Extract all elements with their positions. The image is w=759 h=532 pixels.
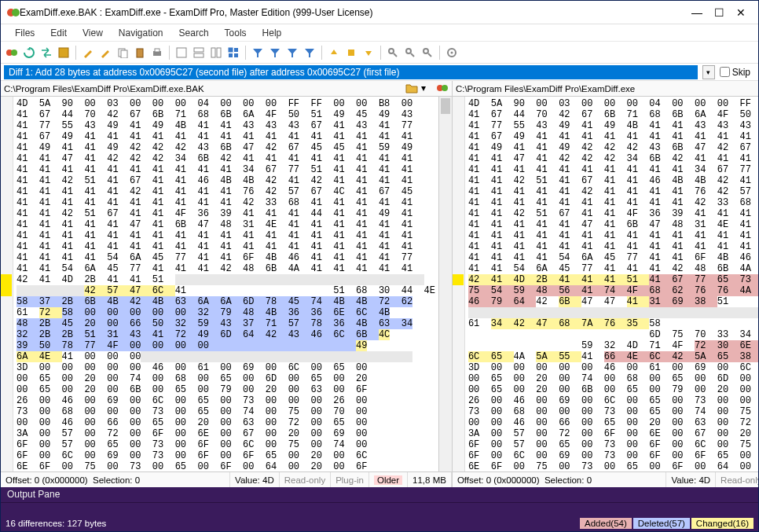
- nav-current-icon[interactable]: [343, 45, 359, 61]
- svg-point-22: [406, 49, 411, 53]
- menu-edit[interactable]: Edit: [42, 26, 75, 40]
- menu-navigation[interactable]: Navigation: [111, 26, 171, 40]
- svg-rect-19: [348, 50, 354, 56]
- right-path[interactable]: C:\Program Files\ExamDiff Pro\ExamDiff.e…: [453, 84, 759, 94]
- svg-rect-17: [229, 53, 233, 57]
- diff-selector-bar: Diff 1: Add 28 bytes at address 0x00695C…: [1, 64, 758, 81]
- copy-icon[interactable]: [115, 45, 130, 61]
- print-icon[interactable]: [149, 45, 165, 61]
- svg-rect-14: [217, 48, 221, 57]
- svg-point-29: [442, 85, 448, 91]
- svg-rect-9: [155, 49, 160, 52]
- svg-rect-15: [229, 48, 233, 52]
- maximize-button[interactable]: ☐: [708, 5, 730, 20]
- svg-rect-11: [194, 48, 204, 52]
- filter3-icon[interactable]: [284, 45, 300, 61]
- left-readonly: Read-only: [280, 472, 331, 487]
- svg-line-25: [428, 53, 431, 57]
- svg-point-27: [451, 51, 453, 53]
- menubar: Files Edit View Navigation Search Tools …: [1, 24, 758, 42]
- svg-rect-4: [59, 48, 68, 57]
- diff-marker-2: [1, 285, 12, 296]
- svg-line-21: [394, 53, 397, 57]
- menu-search[interactable]: Search: [171, 26, 217, 40]
- left-statusbar: Offset: 0 (0x000000) Selection: 0 Value:…: [1, 471, 452, 487]
- diff-count: 16 differences: 127 bytes: [6, 519, 106, 528]
- titlebar: ExamDiff.exe.BAK : ExamDiff.exe - ExamDi…: [1, 1, 758, 24]
- edit-left-icon[interactable]: [80, 45, 96, 61]
- right-statusbar: Offset: 0 (0x000000) Selection: 0 Value:…: [453, 471, 759, 487]
- svg-rect-16: [234, 48, 238, 52]
- find-next-icon[interactable]: [402, 45, 418, 61]
- window-title: ExamDiff.exe.BAK : ExamDiff.exe - ExamDi…: [20, 7, 686, 18]
- changed-badge: Changed(16): [691, 518, 754, 529]
- menu-tools[interactable]: Tools: [217, 26, 255, 40]
- edit-right-icon[interactable]: [97, 45, 113, 61]
- swap-icon[interactable]: [38, 45, 54, 61]
- toolbar: [1, 42, 758, 64]
- menu-view[interactable]: View: [75, 26, 111, 40]
- summary-bar: 16 differences: 127 bytes Added(54) Dele…: [1, 515, 758, 531]
- left-dropdown-icon[interactable]: ▾: [421, 83, 435, 95]
- close-button[interactable]: ✕: [730, 5, 752, 20]
- right-hex-content[interactable]: 4D 5A 90 00 03 00 00 00 04 00 00 00 FF F…: [465, 97, 759, 471]
- left-plugin: Plug-in: [331, 472, 369, 487]
- output-pane-content: [1, 503, 758, 515]
- svg-rect-7: [137, 49, 143, 57]
- left-hex-content[interactable]: 4D 5A 90 00 03 00 00 00 04 00 00 00 FF F…: [13, 97, 438, 471]
- menu-help[interactable]: Help: [255, 26, 290, 40]
- recompare-icon[interactable]: [21, 45, 37, 61]
- left-open-icon[interactable]: [405, 83, 420, 95]
- compare-panes: C:\Program Files\ExamDiff Pro\ExamDiff.e…: [1, 81, 758, 487]
- diff-marker-r1: [453, 274, 464, 285]
- skip-checkbox-label[interactable]: Skip: [720, 67, 755, 78]
- left-pane: C:\Program Files\ExamDiff Pro\ExamDiff.e…: [1, 81, 453, 487]
- right-pane: C:\Program Files\ExamDiff Pro\ExamDiff.e…: [453, 81, 759, 487]
- view-single-icon[interactable]: [174, 45, 189, 61]
- svg-rect-6: [121, 50, 127, 58]
- app-icon: [7, 6, 20, 19]
- nav-down-icon[interactable]: [361, 45, 376, 61]
- diff-marker-1: [1, 274, 12, 285]
- left-path[interactable]: C:\Program Files\ExamDiff Pro\ExamDiff.e…: [1, 84, 405, 94]
- find-prev-icon[interactable]: [420, 45, 435, 61]
- left-compare-icon[interactable]: [437, 83, 451, 95]
- bottom-panel: Output Pane 16 differences: 127 bytes Ad…: [1, 487, 758, 531]
- svg-rect-10: [177, 48, 186, 57]
- nav-up-icon[interactable]: [326, 45, 342, 61]
- left-gutter: [1, 97, 13, 471]
- view-grid-icon[interactable]: [226, 45, 241, 61]
- diff-dropdown-text: Diff 1: Add 28 bytes at address 0x00695C…: [9, 67, 399, 78]
- right-gutter: [453, 97, 465, 471]
- left-offset: Offset: 0 (0x000000) Selection: 0: [1, 472, 230, 487]
- options-icon[interactable]: [444, 45, 460, 61]
- paste-icon[interactable]: [132, 45, 148, 61]
- skip-checkbox[interactable]: [720, 67, 730, 77]
- left-scrollbar[interactable]: [438, 97, 452, 471]
- view-horiz-icon[interactable]: [191, 45, 207, 61]
- svg-rect-18: [234, 53, 238, 57]
- filter1-icon[interactable]: [250, 45, 266, 61]
- left-age: Older: [369, 472, 408, 487]
- right-readonly: Read-only: [716, 472, 759, 487]
- diff-dropdown-arrow[interactable]: ▾: [702, 65, 715, 79]
- left-hex-area[interactable]: 4D 5A 90 00 03 00 00 00 04 00 00 00 FF F…: [1, 97, 452, 471]
- find-icon[interactable]: [385, 45, 401, 61]
- compare-icon[interactable]: [4, 45, 20, 61]
- diff-dropdown[interactable]: Diff 1: Add 28 bytes at address 0x00695C…: [4, 65, 698, 79]
- deleted-badge: Deleted(57): [633, 518, 690, 529]
- filter2-icon[interactable]: [267, 45, 283, 61]
- added-badge: Added(54): [580, 518, 632, 529]
- save-icon[interactable]: [56, 45, 72, 61]
- view-vert-icon[interactable]: [208, 45, 224, 61]
- svg-point-20: [389, 49, 394, 53]
- menu-files[interactable]: Files: [7, 26, 42, 40]
- minimize-button[interactable]: —: [686, 5, 708, 20]
- right-hex-area[interactable]: 4D 5A 90 00 03 00 00 00 04 00 00 00 FF F…: [453, 97, 759, 471]
- svg-point-1: [12, 9, 20, 17]
- svg-point-3: [11, 50, 17, 56]
- left-value: Value: 4D: [230, 472, 280, 487]
- filter4-icon[interactable]: [302, 45, 317, 61]
- output-pane-header[interactable]: Output Pane: [1, 487, 758, 503]
- right-value: Value: 4D: [666, 472, 716, 487]
